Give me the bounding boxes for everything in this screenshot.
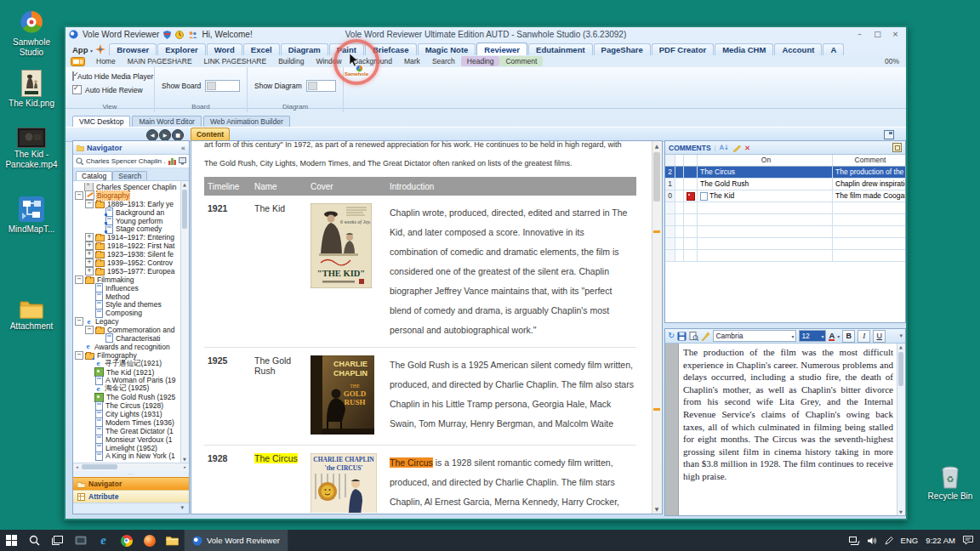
tree-item-1889-1913-early-ye[interactable]: −1889–1913: Early ye	[73, 200, 181, 208]
subtab-window[interactable]: Window	[310, 56, 347, 66]
scrollbar-thumb[interactable]	[898, 352, 903, 386]
tree-expander-icon[interactable]: +	[85, 250, 94, 258]
tree-item-young-perform[interactable]: Young perform	[73, 217, 181, 225]
subtab-mark[interactable]: Mark	[398, 56, 426, 66]
compass-icon[interactable]	[95, 44, 105, 54]
tree-item-a-king-in-new-york-1[interactable]: A King in New York (1	[73, 452, 181, 461]
tree-item-modern-times-1936[interactable]: Modern Times (1936)	[73, 418, 181, 427]
table-row[interactable]: 1928 The Circus CHARLIE CHAPLIN 'the CIR…	[204, 446, 636, 513]
navigator-tab-search[interactable]: Search	[112, 171, 147, 180]
tab-paint[interactable]: Paint	[329, 43, 364, 55]
volume-icon[interactable]	[868, 537, 877, 545]
tree-item-the-gold-rush-1925[interactable]: The Gold Rush (1925	[73, 393, 181, 401]
tab-edutainment[interactable]: Edutainment	[528, 43, 593, 55]
search-mark[interactable]	[653, 230, 660, 233]
close-button[interactable]: ×	[888, 29, 903, 41]
clock-icon[interactable]	[175, 31, 184, 39]
network-icon[interactable]	[849, 537, 860, 545]
tab-media-chm[interactable]: Media CHM	[715, 43, 773, 55]
tree-item-filmmaking[interactable]: −Filmmaking	[73, 276, 181, 284]
forward-button[interactable]: ▶	[159, 129, 171, 141]
collapse-panel-button[interactable]: «	[180, 144, 185, 152]
delete-comment-icon[interactable]: ✕	[744, 144, 750, 152]
tab-account[interactable]: Account	[774, 43, 822, 55]
tree-item-awards-and-recognition[interactable]: eAwards and recognition	[73, 343, 181, 351]
start-button[interactable]	[0, 530, 23, 551]
scroll-up-icon[interactable]: ▲	[897, 344, 904, 350]
comment-empty-row[interactable]	[665, 214, 905, 226]
tree-item-stage-comedy[interactable]: Stage comedy	[73, 224, 181, 233]
italic-button[interactable]: I	[858, 330, 870, 343]
tab-a[interactable]: A	[823, 43, 844, 55]
tree-expander-icon[interactable]: +	[85, 258, 94, 267]
table-row[interactable]: 1925 The Gold Rush CHARLIE CHAPLIN THE G…	[204, 348, 636, 446]
tree-horizontal-scrollbar[interactable]: ◂ ▸	[73, 463, 189, 471]
tree-item-1939-1952-controv[interactable]: +1939–1952: Controv	[73, 258, 181, 267]
search-mark[interactable]	[653, 408, 660, 411]
taskbar-chrome-button[interactable]	[115, 530, 138, 551]
tree-item-limelight-1952[interactable]: Limelight (1952)	[73, 444, 181, 452]
font-color-button[interactable]: A	[829, 332, 835, 341]
taskbar-active-app-button[interactable]: Vole Word Reviewer	[184, 530, 288, 551]
doc-tab-main-word-editor[interactable]: Main Word Editor	[132, 116, 202, 127]
tab-pdf-creator[interactable]: PDF Creator	[652, 43, 714, 55]
tree-expander-icon[interactable]: −	[85, 326, 94, 334]
comment-empty-row[interactable]	[665, 250, 905, 262]
tree-item-city-lights-1931[interactable]: City Lights (1931)	[73, 410, 181, 418]
comment-text-editor[interactable]: The production of the film was the most …	[679, 344, 897, 515]
format-brush-icon[interactable]	[701, 332, 710, 341]
scrollbar-thumb[interactable]	[82, 464, 117, 469]
desktop-icon-recycle-bin[interactable]: ♻ Recycle Bin	[922, 464, 978, 502]
document-view[interactable]: art form of this century" In 1972, as pa…	[192, 141, 652, 513]
comment-empty-row[interactable]	[665, 238, 905, 250]
tree-item-1921[interactable]: e寻子遇仙记(1921)	[73, 360, 181, 368]
tree-expander-icon[interactable]: −	[75, 191, 83, 200]
checkbox-icon[interactable]	[72, 71, 74, 81]
page-view-button[interactable]: ■	[172, 129, 184, 141]
comment-column-header[interactable]: Comment	[833, 155, 905, 166]
chevron-down-icon[interactable]: ▾	[837, 333, 840, 339]
maximize-button[interactable]: □	[870, 29, 885, 41]
desktop-icon-the-kid-pancake-mp4[interactable]: The Kid - Pancake.mp4	[3, 128, 60, 170]
search-button[interactable]	[23, 530, 46, 551]
desktop-icon-the-kid-png[interactable]: The Kid.png	[3, 70, 60, 109]
font-size-select[interactable]: 12▾	[799, 330, 826, 342]
scroll-right-icon[interactable]: ▸	[181, 463, 189, 470]
clock[interactable]: 9:22 AM	[926, 536, 955, 545]
table-row[interactable]: 1921 The Kid 6 weeks of Joy.	[204, 196, 636, 348]
save-icon[interactable]	[677, 332, 687, 341]
show-diagram-field[interactable]	[306, 80, 336, 92]
task-view-button[interactable]	[46, 530, 69, 551]
subtab-heading[interactable]: Heading	[461, 56, 500, 66]
tab-word[interactable]: Word	[207, 43, 242, 55]
subtab-building[interactable]: Building	[272, 56, 310, 66]
app-menu-button[interactable]: App ▾	[72, 45, 93, 54]
desktop-icon-attachment[interactable]: Attachment	[3, 298, 60, 332]
tab-briefcase[interactable]: Briefcase	[365, 43, 417, 55]
tree-expander-icon[interactable]: +	[85, 241, 94, 250]
tab-reviewer[interactable]: Reviewer	[476, 43, 527, 55]
show-board-field[interactable]	[205, 80, 240, 92]
scroll-down-icon[interactable]: ▼	[652, 504, 661, 514]
tree-item-method[interactable]: Method	[73, 293, 181, 301]
tab-browser[interactable]: Browser	[109, 43, 157, 55]
accordion-resize-handle[interactable]: ·····	[73, 471, 189, 477]
minimize-button[interactable]: –	[852, 29, 867, 41]
tree-item-influences[interactable]: Influences	[73, 284, 181, 293]
font-family-select[interactable]: Cambria▾	[713, 330, 796, 342]
scroll-down-icon[interactable]: ▼	[181, 456, 188, 463]
panel-splitter[interactable]	[664, 321, 904, 328]
scrollbar-thumb[interactable]	[182, 190, 187, 229]
taskbar-firefox-button[interactable]	[138, 530, 161, 551]
language-indicator[interactable]: ENG	[901, 536, 919, 545]
document-scrollbar[interactable]: ▲ ▼	[652, 141, 662, 514]
on-column-header[interactable]: On	[698, 155, 833, 166]
content-tab[interactable]: Content	[191, 128, 230, 141]
doc-tab-vmc-desktop[interactable]: VMC Desktop	[72, 116, 130, 127]
book-selector[interactable]: Charles Spencer Chaplin ...	[73, 155, 189, 168]
back-button[interactable]: ◀	[146, 129, 158, 141]
tree-expander-icon[interactable]: −	[75, 317, 83, 326]
refresh-icon[interactable]: ↻	[668, 331, 675, 341]
subtab-comment[interactable]: Comment	[499, 56, 543, 66]
highlighter-icon[interactable]	[732, 144, 741, 152]
